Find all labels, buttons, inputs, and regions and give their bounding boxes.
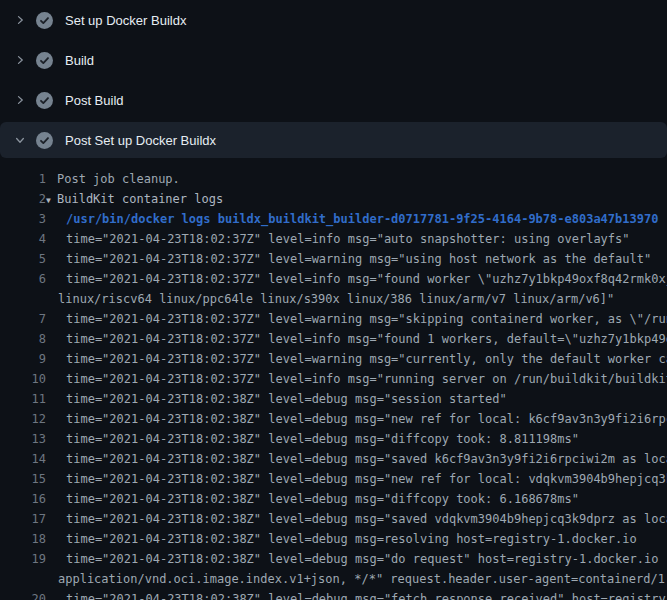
log-text: linux/riscv64 linux/ppc64le linux/s390x … (58, 292, 614, 306)
log-line: 10time="2021-04-23T18:02:37Z" level=info… (0, 369, 667, 389)
log-line: 3/usr/bin/docker logs buildx_buildkit_bu… (0, 209, 667, 229)
log-line: 1Post job cleanup. (0, 169, 667, 189)
step-label: Post Build (65, 94, 124, 107)
check-circle-icon (36, 12, 53, 29)
check-circle-icon (36, 52, 53, 69)
line-number[interactable]: 11 (0, 392, 46, 406)
log-line: 11time="2021-04-23T18:02:38Z" level=debu… (0, 389, 667, 409)
line-number[interactable]: 2 (0, 192, 46, 206)
log-line: 7time="2021-04-23T18:02:37Z" level=warni… (0, 309, 667, 329)
log-line: application/vnd.oci.image.index.v1+json,… (0, 569, 667, 589)
log-line: 16time="2021-04-23T18:02:38Z" level=debu… (0, 489, 667, 509)
step-list: Set up Docker Buildx Build Post Build Po… (0, 0, 667, 158)
log-line: 6time="2021-04-23T18:02:37Z" level=info … (0, 269, 667, 289)
chevron-right-icon (12, 52, 28, 68)
line-number[interactable]: 19 (0, 552, 46, 566)
line-number[interactable]: 13 (0, 432, 46, 446)
chevron-down-icon (12, 132, 28, 148)
log-text: time="2021-04-23T18:02:38Z" level=debug … (66, 532, 637, 546)
log-text: application/vnd.oci.image.index.v1+json,… (58, 572, 667, 586)
log-line: linux/riscv64 linux/ppc64le linux/s390x … (0, 289, 667, 309)
line-number[interactable]: 6 (0, 272, 46, 286)
log-line: 5time="2021-04-23T18:02:37Z" level=warni… (0, 249, 667, 269)
log-text: time="2021-04-23T18:02:37Z" level=warnin… (66, 252, 651, 266)
log-text: time="2021-04-23T18:02:38Z" level=debug … (66, 412, 667, 426)
log-line: 20time="2021-04-23T18:02:38Z" level=debu… (0, 589, 667, 600)
log-line: 9time="2021-04-23T18:02:37Z" level=warni… (0, 349, 667, 369)
chevron-right-icon (12, 12, 28, 28)
log-line: 13time="2021-04-23T18:02:38Z" level=debu… (0, 429, 667, 449)
log-line: 2▼BuildKit container logs (0, 189, 667, 209)
chevron-right-icon (12, 92, 28, 108)
step-header-set-up-docker-buildx[interactable]: Set up Docker Buildx (0, 0, 667, 40)
log-line: 4time="2021-04-23T18:02:37Z" level=info … (0, 229, 667, 249)
log-text: time="2021-04-23T18:02:38Z" level=debug … (66, 492, 579, 506)
log-text: time="2021-04-23T18:02:38Z" level=debug … (66, 552, 667, 566)
line-number[interactable]: 18 (0, 532, 46, 546)
log-text: time="2021-04-23T18:02:37Z" level=warnin… (66, 312, 667, 326)
command-text: /usr/bin/docker logs buildx_buildkit_bui… (66, 212, 658, 226)
line-number[interactable]: 12 (0, 412, 46, 426)
log-text: Post job cleanup. (57, 172, 180, 186)
step-header-post-set-up-docker-buildx[interactable]: Post Set up Docker Buildx (0, 122, 667, 158)
check-circle-icon (36, 92, 53, 109)
log-text: time="2021-04-23T18:02:37Z" level=info m… (66, 332, 667, 346)
log-line: 14time="2021-04-23T18:02:38Z" level=debu… (0, 449, 667, 469)
step-header-post-build[interactable]: Post Build (0, 80, 667, 120)
step-header-build[interactable]: Build (0, 40, 667, 80)
step-label: Set up Docker Buildx (65, 14, 186, 27)
line-number[interactable]: 3 (0, 212, 46, 226)
line-number[interactable]: 14 (0, 452, 46, 466)
log-text: time="2021-04-23T18:02:38Z" level=debug … (66, 472, 667, 486)
line-number[interactable]: 5 (0, 252, 46, 266)
log-line: 17time="2021-04-23T18:02:38Z" level=debu… (0, 509, 667, 529)
log-text: time="2021-04-23T18:02:37Z" level=info m… (66, 272, 667, 286)
log-line: 12time="2021-04-23T18:02:38Z" level=debu… (0, 409, 667, 429)
line-number[interactable]: 16 (0, 492, 46, 506)
line-number[interactable]: 17 (0, 512, 46, 526)
log-text: time="2021-04-23T18:02:38Z" level=debug … (66, 432, 579, 446)
log-text: time="2021-04-23T18:02:38Z" level=debug … (66, 592, 667, 600)
log-line: 15time="2021-04-23T18:02:38Z" level=debu… (0, 469, 667, 489)
line-number[interactable]: 1 (0, 172, 46, 186)
log-line: 8time="2021-04-23T18:02:37Z" level=info … (0, 329, 667, 349)
log-text: time="2021-04-23T18:02:38Z" level=debug … (66, 392, 507, 406)
line-number[interactable]: 20 (0, 592, 46, 600)
line-number[interactable]: 10 (0, 372, 46, 386)
group-toggle-icon[interactable]: ▼ (46, 195, 57, 204)
log-text: time="2021-04-23T18:02:37Z" level=warnin… (66, 352, 667, 366)
log-output: 1Post job cleanup.2▼BuildKit container l… (0, 160, 667, 600)
log-text: time="2021-04-23T18:02:38Z" level=debug … (66, 452, 667, 466)
line-number[interactable]: 9 (0, 352, 46, 366)
step-label: Post Set up Docker Buildx (65, 134, 216, 147)
log-line: 19time="2021-04-23T18:02:38Z" level=debu… (0, 549, 667, 569)
step-label: Build (65, 54, 94, 67)
workflow-log-viewer: Set up Docker Buildx Build Post Build Po… (0, 0, 667, 600)
log-text: time="2021-04-23T18:02:37Z" level=info m… (66, 372, 667, 386)
log-group-title[interactable]: BuildKit container logs (57, 192, 223, 206)
line-number[interactable]: 7 (0, 312, 46, 326)
line-number[interactable]: 8 (0, 332, 46, 346)
check-circle-icon (36, 132, 53, 149)
log-text: time="2021-04-23T18:02:38Z" level=debug … (66, 512, 667, 526)
line-number[interactable]: 15 (0, 472, 46, 486)
line-number[interactable]: 4 (0, 232, 46, 246)
log-line: 18time="2021-04-23T18:02:38Z" level=debu… (0, 529, 667, 549)
log-text: time="2021-04-23T18:02:37Z" level=info m… (66, 232, 630, 246)
